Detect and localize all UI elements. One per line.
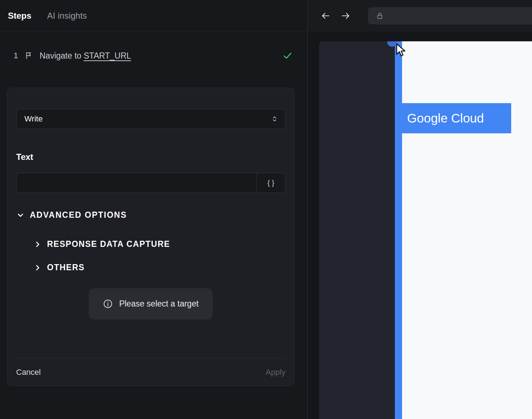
page-content-region[interactable] [402, 41, 532, 419]
flag-icon [24, 51, 33, 60]
step-editor-card: Write Text { } ADVA [7, 88, 294, 386]
editor-footer: Cancel Apply [16, 358, 285, 377]
select-target-notice: Please select a target [89, 288, 213, 319]
step-title: Navigate to START_URL [39, 51, 131, 61]
browser-viewport: Google Cloud [308, 32, 532, 419]
address-bar[interactable] [368, 7, 532, 24]
step-success-check-icon [282, 50, 293, 61]
advanced-options-toggle[interactable]: ADVANCED OPTIONS [16, 210, 285, 220]
text-input-group: { } [16, 173, 285, 193]
select-target-notice-text: Please select a target [119, 299, 199, 309]
chevron-down-icon [16, 211, 25, 220]
step-index: 1 [14, 51, 18, 60]
browser-toolbar [308, 0, 532, 32]
panel-tabs: Steps AI insights [0, 0, 307, 32]
chevron-right-icon [33, 263, 42, 272]
response-data-capture-toggle[interactable]: RESPONSE DATA CAPTURE [33, 239, 285, 249]
cancel-button[interactable]: Cancel [16, 368, 41, 377]
apply-button[interactable]: Apply [266, 368, 285, 377]
lock-icon [376, 12, 384, 20]
text-input[interactable] [17, 173, 256, 193]
info-icon [103, 299, 113, 309]
response-data-capture-label: RESPONSE DATA CAPTURE [47, 239, 170, 249]
text-field-label: Text [16, 152, 285, 162]
advanced-options-label: ADVANCED OPTIONS [30, 210, 127, 220]
back-button[interactable] [321, 11, 331, 21]
tab-steps[interactable]: Steps [8, 11, 31, 21]
page-preview: Google Cloud [319, 41, 532, 419]
others-toggle[interactable]: OTHERS [33, 263, 285, 272]
forward-button[interactable] [341, 11, 351, 21]
insert-variable-button[interactable]: { } [256, 173, 285, 193]
browser-panel: Google Cloud [308, 0, 532, 419]
others-label: OTHERS [47, 263, 85, 272]
action-type-select[interactable]: Write [16, 109, 285, 129]
steps-panel: Steps AI insights 1 Navigate to START_UR… [0, 0, 308, 419]
mouse-cursor-icon [395, 43, 407, 57]
start-url-link[interactable]: START_URL [84, 51, 131, 60]
app-window: Steps AI insights 1 Navigate to START_UR… [0, 0, 532, 419]
selection-highlight-stripe [395, 41, 402, 419]
step-row[interactable]: 1 Navigate to START_URL [0, 50, 307, 61]
selected-element-highlight[interactable]: Google Cloud [401, 103, 511, 133]
action-type-value: Write [24, 114, 43, 124]
tab-ai-insights[interactable]: AI insights [47, 11, 87, 21]
chevron-right-icon [33, 240, 42, 249]
step-title-text: Navigate to [39, 51, 81, 60]
select-chevrons-icon [271, 115, 279, 123]
page-sidebar-region[interactable] [319, 41, 395, 419]
